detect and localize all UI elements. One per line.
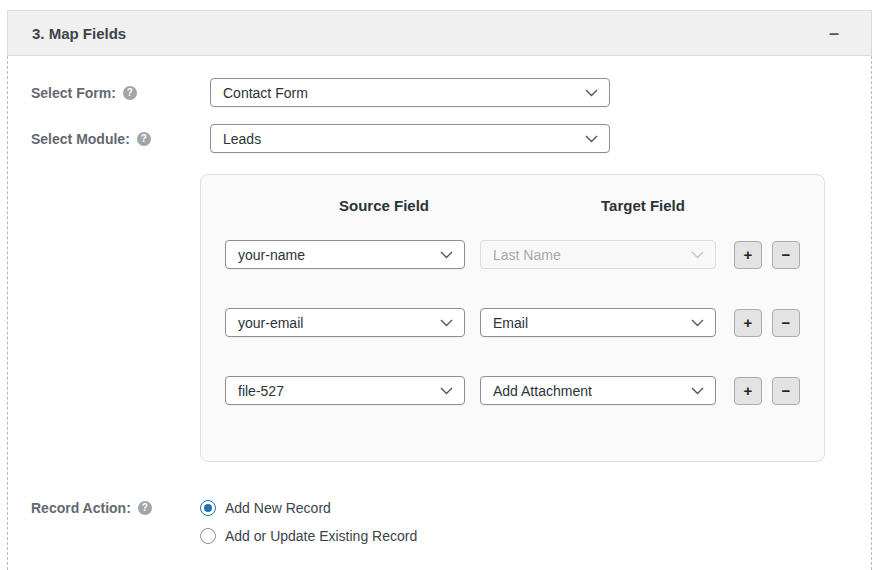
map-fields-panel: 3. Map Fields – Select Form: ? Contact F… xyxy=(7,10,872,570)
radio-add-new-record[interactable]: Add New Record xyxy=(200,500,417,516)
source-field-header: Source Field xyxy=(339,197,429,214)
target-field-header: Target Field xyxy=(601,197,685,214)
radio-selected-icon[interactable] xyxy=(200,500,216,516)
panel-body: Select Form: ? Contact Form Select Modul… xyxy=(7,56,872,570)
target-field-select[interactable]: Add Attachment xyxy=(480,376,716,405)
select-form-label: Select Form: xyxy=(31,85,116,101)
add-row-button[interactable]: + xyxy=(734,309,762,337)
record-action-options: Add New Record Add or Update Existing Re… xyxy=(200,500,417,544)
panel-title: 3. Map Fields xyxy=(32,25,126,42)
chevron-down-icon xyxy=(440,387,453,395)
select-module-dropdown[interactable]: Leads xyxy=(210,124,610,153)
chevron-down-icon xyxy=(440,319,453,327)
help-icon[interactable]: ? xyxy=(123,86,137,100)
select-module-value: Leads xyxy=(223,131,261,147)
field-mapping-panel: Source Field Target Field your-name Last… xyxy=(200,174,825,462)
help-icon[interactable]: ? xyxy=(138,501,152,515)
remove-row-button[interactable]: − xyxy=(772,309,800,337)
add-row-button[interactable]: + xyxy=(734,377,762,405)
chevron-down-icon xyxy=(691,387,704,395)
record-action-label: Record Action: xyxy=(31,500,131,516)
chevron-down-icon xyxy=(585,89,598,97)
chevron-down-icon xyxy=(440,251,453,259)
select-form-row: Select Form: ? Contact Form xyxy=(31,78,871,107)
mapping-row: your-name Last Name + − xyxy=(225,240,824,269)
record-action-row: Record Action: ? Add New Record Add or U… xyxy=(31,500,871,544)
target-field-select[interactable]: Email xyxy=(480,308,716,337)
target-field-select-disabled: Last Name xyxy=(480,240,716,269)
panel-header: 3. Map Fields – xyxy=(7,10,872,56)
source-field-select[interactable]: your-email xyxy=(225,308,465,337)
mapping-header-row: Source Field Target Field xyxy=(201,197,824,219)
select-form-dropdown[interactable]: Contact Form xyxy=(210,78,610,107)
select-module-label: Select Module: xyxy=(31,131,130,147)
source-field-select[interactable]: file-527 xyxy=(225,376,465,405)
collapse-panel-button[interactable]: – xyxy=(825,22,843,44)
select-form-value: Contact Form xyxy=(223,85,308,101)
add-row-button[interactable]: + xyxy=(734,241,762,269)
chevron-down-icon xyxy=(691,319,704,327)
radio-add-or-update-record[interactable]: Add or Update Existing Record xyxy=(200,528,417,544)
remove-row-button[interactable]: − xyxy=(772,241,800,269)
select-module-row: Select Module: ? Leads xyxy=(31,124,871,153)
source-field-select[interactable]: your-name xyxy=(225,240,465,269)
mapping-row: your-email Email + − xyxy=(225,308,824,337)
mapping-row: file-527 Add Attachment + − xyxy=(225,376,824,405)
chevron-down-icon xyxy=(585,135,598,143)
remove-row-button[interactable]: − xyxy=(772,377,800,405)
radio-unselected-icon[interactable] xyxy=(200,528,216,544)
chevron-down-icon xyxy=(691,251,704,259)
help-icon[interactable]: ? xyxy=(137,132,151,146)
